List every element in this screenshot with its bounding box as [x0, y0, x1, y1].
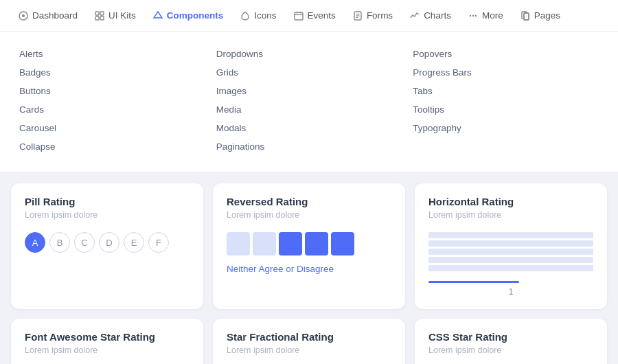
dropdown-modals[interactable]: Modals — [211, 120, 252, 137]
nav-forms[interactable]: Forms — [345, 6, 400, 25]
pill-b[interactable]: B — [49, 232, 70, 253]
horizontal-rating-subtitle: Lorem ipsim dolore — [428, 210, 593, 220]
reversed-rating-subtitle: Lorem ipsim dolore — [227, 210, 391, 220]
nav-icons[interactable]: Icons — [233, 6, 283, 25]
svg-marker-6 — [154, 12, 162, 18]
icons-icon — [240, 10, 251, 21]
dropdown-typography[interactable]: Typography — [407, 120, 467, 137]
horiz-value: 1 — [428, 287, 593, 297]
dropdown-col-1: Alerts Badges Buttons Cards Carousel Col… — [14, 43, 211, 158]
horiz-rating-container: 1 — [428, 232, 593, 297]
charts-icon — [409, 10, 420, 21]
dropdown-tooltips[interactable]: Tooltips — [407, 101, 450, 118]
more-icon — [468, 10, 479, 21]
nav-pages[interactable]: Pages — [513, 6, 567, 25]
dropdown-cards[interactable]: Cards — [14, 101, 49, 118]
main-content: Pill Rating Lorem ipsim dolore A B C D E… — [0, 172, 618, 364]
horiz-line-1 — [428, 232, 593, 238]
dashboard-icon — [18, 10, 29, 21]
svg-rect-3 — [100, 12, 104, 15]
css-star-title: CSS Star Rating — [428, 331, 593, 343]
svg-point-16 — [472, 14, 474, 16]
reversed-rating-card: Reversed Rating Lorem ipsim dolore Neith… — [213, 183, 405, 309]
svg-point-15 — [470, 14, 471, 16]
pill-f[interactable]: F — [148, 232, 169, 253]
css-star-card: CSS Star Rating Lorem ipsim dolore — [415, 319, 607, 364]
forms-icon — [352, 10, 363, 21]
reversed-label: Neither Agree or Disagree — [227, 264, 334, 274]
dropdown-col-2: Dropdowns Grids Images Media Modals Pagi… — [211, 43, 408, 158]
nav-components[interactable]: Components — [146, 6, 231, 25]
font-star-title: Font Awesome Star Rating — [25, 331, 190, 343]
horiz-lines — [428, 232, 593, 271]
star-fractional-card: Star Fractional Rating Lorem ipsim dolor… — [213, 319, 405, 364]
pill-e[interactable]: E — [124, 232, 144, 253]
nav-charts[interactable]: Charts — [402, 6, 458, 25]
reversed-bars — [227, 232, 354, 255]
nav-more[interactable]: More — [461, 6, 510, 25]
pill-rating-title: Pill Rating — [25, 196, 190, 207]
svg-rect-5 — [100, 16, 104, 20]
star-fractional-title: Star Fractional Rating — [227, 331, 391, 343]
font-star-card: Font Awesome Star Rating Lorem ipsim dol… — [11, 319, 203, 364]
horiz-progress-bar[interactable] — [428, 281, 519, 283]
dropdown-panel: Alerts Badges Buttons Cards Carousel Col… — [0, 32, 618, 172]
nav-uikits[interactable]: UI Kits — [87, 6, 143, 25]
pill-rating-subtitle: Lorem ipsim dolore — [25, 210, 190, 220]
pages-icon — [520, 10, 531, 21]
pill-c[interactable]: C — [74, 232, 95, 253]
uikits-icon — [94, 10, 105, 21]
reversed-rating-container: Neither Agree or Disagree — [227, 232, 391, 274]
dropdown-media[interactable]: Media — [211, 101, 247, 118]
horizontal-rating-title: Horizontal Rating — [428, 196, 593, 207]
rev-bar-1[interactable] — [227, 232, 250, 255]
rev-bar-3[interactable] — [279, 232, 302, 255]
svg-rect-4 — [95, 16, 99, 20]
svg-point-17 — [475, 14, 477, 16]
reversed-rating-title: Reversed Rating — [227, 196, 391, 207]
star-fractional-subtitle: Lorem ipsim dolore — [227, 345, 391, 355]
nav-events[interactable]: Events — [286, 6, 343, 25]
dropdown-columns: Alerts Badges Buttons Cards Carousel Col… — [14, 43, 604, 158]
dropdown-images[interactable]: Images — [211, 82, 252, 100]
horizontal-rating-card: Horizontal Rating Lorem ipsim dolore 1 — [415, 183, 607, 309]
dropdown-collapse[interactable]: Collapse — [14, 138, 61, 155]
dropdown-dropdowns[interactable]: Dropdowns — [211, 45, 268, 62]
pill-rating-row: A B C D E F — [25, 232, 190, 253]
nav-dashboard[interactable]: Dashboard — [11, 6, 84, 25]
svg-rect-7 — [295, 12, 303, 20]
events-icon — [293, 10, 304, 21]
horiz-line-5 — [428, 265, 593, 271]
horiz-line-4 — [428, 257, 593, 263]
pill-a[interactable]: A — [25, 232, 45, 253]
dropdown-alerts[interactable]: Alerts — [14, 45, 49, 62]
horiz-line-2 — [428, 240, 593, 247]
svg-rect-19 — [524, 13, 529, 20]
svg-rect-2 — [95, 12, 99, 15]
dropdown-buttons[interactable]: Buttons — [14, 82, 56, 100]
pill-d[interactable]: D — [99, 232, 119, 253]
rev-bar-5[interactable] — [331, 232, 354, 255]
font-star-subtitle: Lorem ipsim dolore — [25, 345, 190, 355]
dropdown-badges[interactable]: Badges — [14, 64, 56, 81]
dropdown-col-3: Popovers Progress Bars Tabs Tooltips Typ… — [407, 43, 604, 158]
horiz-line-3 — [428, 249, 593, 255]
dropdown-grids[interactable]: Grids — [211, 64, 244, 81]
navbar: Dashboard UI Kits Components Icons — [0, 0, 618, 32]
dropdown-popovers[interactable]: Popovers — [407, 45, 457, 62]
rev-bar-4[interactable] — [305, 232, 328, 255]
dropdown-paginations[interactable]: Paginations — [211, 138, 271, 155]
components-icon — [152, 10, 163, 21]
svg-point-1 — [22, 14, 25, 17]
css-star-subtitle: Lorem ipsim dolore — [428, 345, 593, 355]
rev-bar-2[interactable] — [253, 232, 276, 255]
pill-rating-card: Pill Rating Lorem ipsim dolore A B C D E… — [11, 183, 203, 309]
dropdown-progress-bars[interactable]: Progress Bars — [407, 64, 477, 81]
dropdown-carousel[interactable]: Carousel — [14, 120, 62, 137]
dropdown-tabs[interactable]: Tabs — [407, 82, 438, 100]
